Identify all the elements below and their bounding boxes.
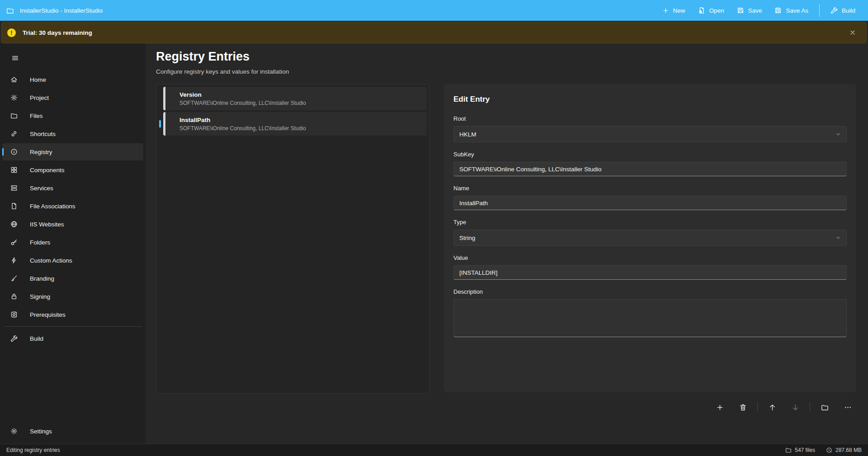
- save-as-icon: [774, 7, 782, 14]
- move-up-button[interactable]: [764, 400, 781, 415]
- description-input[interactable]: [453, 299, 847, 337]
- root-select-value: HKLM: [459, 131, 476, 138]
- chevron-down-icon: [835, 132, 841, 137]
- sidebar-item-settings[interactable]: Settings: [2, 423, 143, 440]
- delete-icon: [739, 404, 747, 411]
- sidebar-item-shortcuts[interactable]: Shortcuts: [2, 125, 143, 142]
- titlebar-separator: [819, 4, 820, 17]
- subkey-label: SubKey: [453, 151, 847, 158]
- registry-entry-version[interactable]: Version SOFTWARE\iOnline Consulting, LLC…: [163, 87, 427, 110]
- add-icon: [716, 404, 724, 411]
- sidebar-item-registry[interactable]: Registry: [2, 143, 143, 160]
- titlebar: InstallerStudio - InstallerStudio New Op…: [0, 0, 868, 21]
- browse-folder-button[interactable]: [816, 400, 833, 415]
- value-field: Value: [453, 254, 847, 280]
- open-button[interactable]: Open: [692, 3, 731, 18]
- delete-entry-button[interactable]: [734, 400, 751, 415]
- server-icon: [10, 184, 18, 192]
- app-body: Home Project Files Shortcuts Registry Co…: [0, 43, 868, 444]
- edit-entry-panel: Edit Entry Root HKLM SubKey Name: [444, 84, 856, 392]
- main-content: Registry Entries Configure registry keys…: [146, 43, 868, 444]
- registry-entries-list: Version SOFTWARE\iOnline Consulting, LLC…: [156, 84, 429, 394]
- titlebar-actions: New Open Save Save As Build: [656, 3, 862, 18]
- save-as-button-label: Save As: [786, 7, 808, 14]
- sidebar-item-home[interactable]: Home: [2, 71, 143, 88]
- sidebar-item-label: Settings: [30, 428, 52, 435]
- trial-banner: ! Trial: 30 days remaining: [1, 22, 867, 43]
- open-button-label: Open: [709, 7, 724, 14]
- entry-path: SOFTWARE\iOnline Consulting, LLC\Install…: [179, 100, 427, 106]
- sidebar-item-build[interactable]: Build: [2, 330, 143, 347]
- folder-icon: [10, 112, 18, 119]
- sidebar-item-signing[interactable]: Signing: [2, 288, 143, 305]
- hamburger-menu-icon[interactable]: [6, 50, 24, 66]
- sidebar-item-label: Components: [30, 167, 65, 174]
- page-subtitle: Configure registry keys and values for i…: [156, 68, 856, 75]
- move-up-icon: [769, 404, 776, 411]
- sidebar-item-label: Branding: [30, 275, 54, 282]
- file-count-label: 547 files: [795, 447, 815, 453]
- key-icon: [10, 239, 18, 246]
- build-button[interactable]: Build: [824, 3, 862, 18]
- file-count: 547 files: [785, 447, 815, 453]
- root-field: Root HKLM: [453, 115, 847, 142]
- banner-close-button[interactable]: [844, 25, 861, 40]
- root-label: Root: [453, 115, 847, 122]
- sidebar-item-label: Signing: [30, 293, 50, 300]
- type-select[interactable]: String: [453, 230, 847, 246]
- add-entry-button[interactable]: [711, 400, 728, 415]
- sidebar-item-files[interactable]: Files: [2, 107, 143, 124]
- folder-icon: [785, 447, 792, 453]
- name-field: Name: [453, 185, 847, 210]
- sidebar-item-label: Build: [30, 335, 43, 342]
- entry-name: Version: [179, 91, 427, 98]
- sidebar-item-label: Registry: [30, 149, 52, 155]
- move-down-button[interactable]: [787, 400, 804, 415]
- sidebar-item-prerequisites[interactable]: Prerequisites: [2, 306, 143, 323]
- open-file-icon: [698, 7, 705, 14]
- save-as-button[interactable]: Save As: [768, 3, 815, 18]
- edit-panel-title: Edit Entry: [453, 95, 847, 104]
- sidebar-item-custom-actions[interactable]: Custom Actions: [2, 252, 143, 269]
- sidebar-item-services[interactable]: Services: [2, 179, 143, 197]
- info-circle-icon: [10, 148, 18, 155]
- storage-icon: [826, 447, 832, 453]
- selection-indicator: [159, 120, 161, 128]
- save-icon: [737, 7, 744, 14]
- build-button-label: Build: [842, 7, 855, 14]
- sidebar-item-label: Shortcuts: [30, 131, 56, 137]
- subkey-input[interactable]: [453, 162, 847, 176]
- more-options-button[interactable]: [839, 400, 856, 415]
- lightning-icon: [10, 257, 18, 264]
- description-field: Description: [453, 288, 847, 337]
- home-icon: [10, 76, 18, 83]
- close-icon: [849, 29, 856, 36]
- save-button[interactable]: Save: [731, 3, 769, 18]
- sidebar-item-branding[interactable]: Branding: [2, 270, 143, 287]
- sidebar-item-file-associations[interactable]: File Associations: [2, 197, 143, 215]
- name-label: Name: [453, 185, 847, 192]
- new-button[interactable]: New: [656, 4, 692, 18]
- root-select[interactable]: HKLM: [453, 126, 847, 142]
- chevron-down-icon: [835, 235, 841, 240]
- name-input[interactable]: [453, 196, 847, 210]
- entry-name: InstallPath: [179, 117, 427, 123]
- value-label: Value: [453, 254, 847, 261]
- save-button-label: Save: [748, 7, 762, 14]
- entry-row: InstallPath SOFTWARE\iOnline Consulting,…: [158, 112, 427, 136]
- registry-entry-installpath[interactable]: InstallPath SOFTWARE\iOnline Consulting,…: [163, 112, 427, 136]
- new-button-label: New: [673, 7, 685, 14]
- sidebar-item-iis-websites[interactable]: IIS Websites: [2, 216, 143, 233]
- sidebar-item-folders[interactable]: Folders: [2, 234, 143, 251]
- sidebar: Home Project Files Shortcuts Registry Co…: [0, 43, 146, 444]
- warning-icon: !: [7, 28, 16, 37]
- sidebar-item-label: Home: [30, 76, 46, 83]
- type-field: Type String: [453, 219, 847, 246]
- sidebar-divider: [4, 326, 142, 327]
- move-down-icon: [792, 404, 799, 411]
- sidebar-item-project[interactable]: Project: [2, 89, 143, 106]
- gear-icon: [10, 428, 18, 435]
- wrench-icon: [830, 7, 838, 14]
- value-input[interactable]: [453, 265, 847, 280]
- sidebar-item-components[interactable]: Components: [2, 161, 143, 179]
